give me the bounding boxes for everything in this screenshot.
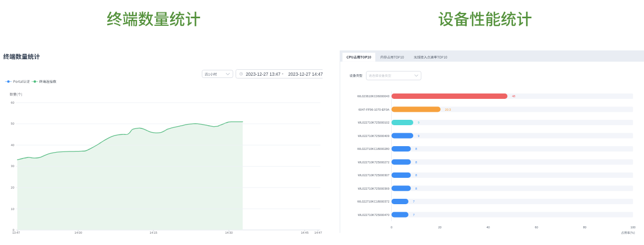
svg-text:WL022710K725000470: WL022710K725000470 [358,213,390,217]
svg-text:WL023610KC06000043: WL023610KC06000043 [357,95,390,98]
svg-text:14:00: 14:00 [75,231,82,234]
svg-text:WL022710K725000102: WL022710K725000102 [358,121,390,124]
svg-text:40: 40 [486,226,489,229]
svg-text:80: 80 [583,226,586,229]
svg-text:40: 40 [11,143,14,147]
svg-text:8: 8 [415,187,417,190]
svg-text:-: - [282,71,283,76]
svg-text:14:47: 14:47 [314,231,322,234]
svg-text:9: 9 [418,134,420,138]
svg-text:20: 20 [11,186,14,189]
svg-text:WL022710KC18000372: WL022710KC18000372 [357,200,390,203]
svg-text:WL022710KC18000280: WL022710KC18000280 [357,147,390,150]
svg-text:30: 30 [11,164,14,168]
svg-text:8: 8 [415,174,417,177]
svg-text:2023-12-27 13:47: 2023-12-27 13:47 [246,72,281,77]
svg-text:100: 100 [631,226,635,229]
svg-text:8: 8 [415,161,417,164]
svg-text:14:30: 14:30 [225,231,233,234]
svg-text:9: 9 [418,121,420,124]
svg-text:60: 60 [535,226,538,229]
svg-text:WL022710K725000272: WL022710K725000272 [358,161,390,164]
svg-text:50: 50 [11,122,14,125]
svg-text:7: 7 [413,213,415,217]
svg-text:10: 10 [11,207,14,211]
svg-text:WL022710K725000307: WL022710K725000307 [358,174,390,177]
svg-text:13:47: 13:47 [12,231,20,234]
svg-text:20: 20 [438,226,441,229]
svg-text:0: 0 [391,226,392,229]
svg-text:6047-FF96-1070-EF0A: 6047-FF96-1070-EF0A [358,108,390,111]
svg-text:WL022710K725000409: WL022710K725000409 [358,134,390,138]
svg-text:2023-12-27 14:47: 2023-12-27 14:47 [288,72,323,77]
svg-text:8: 8 [415,147,417,150]
svg-text:7: 7 [413,200,415,203]
svg-text:WL022710K725000369: WL022710K725000369 [358,187,390,190]
svg-text:20.3: 20.3 [445,108,451,111]
svg-text:14:45: 14:45 [301,231,309,234]
svg-text:14:15: 14:15 [150,231,157,234]
svg-text:60: 60 [11,101,14,104]
svg-text:48: 48 [512,95,515,98]
